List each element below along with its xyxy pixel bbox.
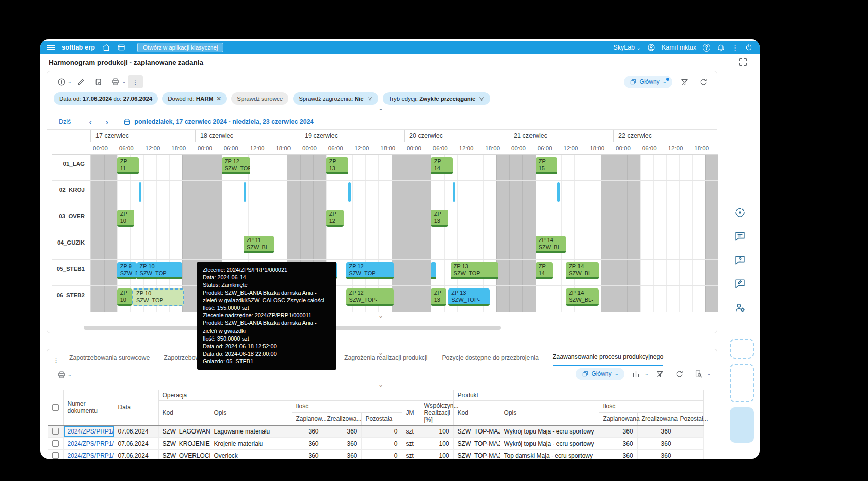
col-jm[interactable]: JM (402, 400, 420, 425)
gantt-task-bar[interactable]: ZP 12SZW_TOP- (346, 262, 394, 279)
collapse-filters-handle[interactable]: ⌄ (378, 105, 383, 111)
more-menu-icon[interactable]: ⋮ (732, 44, 738, 51)
layout-grid-icon[interactable] (739, 58, 747, 66)
col-kod[interactable]: Kod (158, 400, 210, 425)
chat-icon[interactable] (734, 230, 746, 243)
gantt-task-bar[interactable]: ZP15 (536, 157, 557, 174)
tab-1[interactable]: Zapotrzebowania surowcowe (69, 354, 150, 366)
home-icon[interactable] (102, 43, 110, 52)
gantt-task-bar[interactable]: ZP13 (431, 288, 446, 306)
col-doc[interactable]: Numer dokumentu (63, 390, 114, 425)
row-checkbox[interactable] (52, 452, 59, 459)
tab-3[interactable]: Zagrożenia realizacji produkcji (344, 354, 427, 366)
support-agent-icon[interactable] (734, 301, 746, 314)
view-selector-button[interactable]: Główny⌄ (624, 76, 672, 88)
panel-icon[interactable] (117, 43, 125, 52)
add-chevron-icon[interactable]: ⌄ (68, 79, 72, 84)
refresh-button[interactable] (696, 75, 711, 88)
chart-chevron-icon[interactable]: ⌄ (645, 371, 649, 376)
tab-5[interactable]: Zaawansowanie procesu produkcyjnego (553, 353, 663, 366)
col-opis-produkt[interactable]: Opis (500, 400, 599, 425)
print-table-button[interactable] (54, 368, 69, 381)
bell-icon[interactable] (717, 43, 725, 52)
gantt-task-bar[interactable]: ZP 14SZW_BL- (566, 288, 599, 306)
gantt-task-bar[interactable]: ZP 12SZW_TOP- (346, 288, 394, 306)
tabs-more-icon[interactable]: ⋮ (53, 357, 59, 363)
add-button[interactable] (54, 75, 69, 88)
gantt-task-bar[interactable]: ZP 12SZW_TOP (222, 157, 250, 174)
col-zrealizowana-produkt[interactable]: Zrealizowana (637, 412, 676, 425)
gantt-task-bar[interactable]: ZP 13SZW_TOP- (448, 288, 490, 306)
row-checkbox[interactable] (52, 440, 59, 447)
col-zaplanowana[interactable]: Zaplanow... (292, 412, 323, 425)
gantt-milestone[interactable] (453, 182, 455, 202)
chip-close-icon[interactable]: ✕ (216, 95, 221, 102)
chat-question-icon[interactable] (734, 254, 746, 266)
row-checkbox[interactable] (52, 428, 59, 435)
col-pozostala[interactable]: Pozostała (361, 412, 402, 425)
document-link[interactable]: 2024/ZPS/PRP1/000 (63, 450, 114, 459)
print-button[interactable] (108, 75, 123, 88)
gantt-task-bar[interactable]: ZP 10SZW_TOP- (137, 262, 183, 279)
gantt-task-bar[interactable]: ZP 10SZW_TOP- (132, 288, 185, 306)
open-classic-button[interactable]: Otwórz w aplikacji klasycznej (137, 43, 223, 52)
search-chevron-icon[interactable]: ⌄ (707, 371, 711, 376)
col-pozostala-produkt[interactable]: Pozostał... (676, 412, 703, 425)
clear-filter-button[interactable] (677, 75, 692, 88)
collapse-table-handle[interactable]: ⌄ (378, 381, 383, 388)
gantt-task-bar[interactable]: ZP14 (431, 157, 453, 174)
workspace-selector[interactable]: SkyLab ⌄ (613, 44, 641, 51)
help-icon[interactable]: ? (703, 44, 710, 52)
filter-chip[interactable]: Sprawdź surowce (231, 92, 288, 105)
power-icon[interactable] (745, 43, 753, 52)
document-link[interactable]: 2024/ZPS/PRP1/00 (63, 425, 114, 438)
gantt-task-bar[interactable]: ZP14 (536, 262, 553, 279)
gantt-milestone[interactable] (139, 182, 141, 202)
gantt-task-bar[interactable]: ZP10 (117, 210, 135, 227)
chart-button[interactable] (629, 367, 644, 380)
table-clear-filter-button[interactable] (652, 367, 667, 380)
print-chevron-icon[interactable]: ⌄ (122, 79, 126, 84)
rail-panel[interactable] (730, 407, 754, 443)
gantt-task-bar[interactable]: ZP 14SZW_BL- (536, 236, 566, 253)
filter-chip[interactable]: Dowód rd: HARM✕ (162, 92, 227, 105)
table-refresh-button[interactable] (671, 367, 687, 380)
document-link[interactable]: 2024/ZPS/PRP1/000 (63, 438, 114, 450)
prev-week-button[interactable]: ‹ (85, 118, 96, 126)
toolbar-more-button[interactable]: ⋮ (128, 75, 143, 88)
today-button[interactable]: Dziś (59, 118, 71, 125)
gantt-task-bar[interactable]: ZP13 (326, 157, 348, 174)
gantt-task-bar[interactable]: ZP13 (431, 210, 449, 227)
col-wspolczynnik[interactable]: Współczyn...Realizacji [%] (420, 400, 453, 425)
table-view-selector-button[interactable]: Główny⌄ (576, 368, 624, 380)
rail-placeholder-slot[interactable] (730, 339, 754, 359)
gantt-milestone[interactable] (348, 182, 351, 202)
gantt-task-bar[interactable] (431, 262, 436, 279)
gantt-task-bar[interactable]: ZP11 (117, 157, 139, 174)
user-name[interactable]: Kamil mktux (662, 44, 696, 51)
date-range-button[interactable]: poniedziałek, 17 czerwiec 2024 - niedzie… (123, 118, 313, 126)
col-zrealizowana[interactable]: Zrealizowa... (323, 412, 361, 425)
chat-edit-icon[interactable] (734, 277, 746, 290)
tab-4[interactable]: Pozycje dostępne do przezbrojenia (442, 354, 538, 366)
col-kod-produkt[interactable]: Kod (453, 400, 500, 425)
gantt-task-bar[interactable]: ZP 13SZW_TOP- (451, 262, 499, 279)
rail-placeholder-slot[interactable] (730, 364, 754, 402)
gantt-task-bar[interactable]: ZP12 (326, 210, 344, 227)
collapse-gantt-handle[interactable]: ⌄ (378, 313, 383, 319)
gantt-milestone[interactable] (557, 182, 560, 202)
col-opis[interactable]: Opis (210, 400, 292, 425)
gantt-milestone[interactable] (244, 182, 246, 202)
menu-icon[interactable] (47, 45, 55, 50)
edit-button[interactable] (74, 75, 89, 88)
search-document-button[interactable] (691, 367, 706, 380)
gantt-task-bar[interactable]: ZP 11SZW_BL- (244, 236, 274, 253)
col-zaplanowana-produkt[interactable]: Zaplanowana (599, 412, 637, 425)
print-table-chevron-icon[interactable]: ⌄ (68, 372, 72, 377)
gantt-task-bar[interactable]: ZP 9SZW_BL- (117, 262, 137, 279)
gantt-task-bar[interactable]: ZP10 (117, 288, 132, 306)
filter-chip[interactable]: Sprawdź zagrożenia: Nie (293, 92, 378, 105)
gantt-task-bar[interactable]: ZP 14SZW_BL- (566, 262, 599, 279)
focus-target-icon[interactable] (734, 206, 746, 219)
copy-document-button[interactable] (91, 75, 106, 88)
